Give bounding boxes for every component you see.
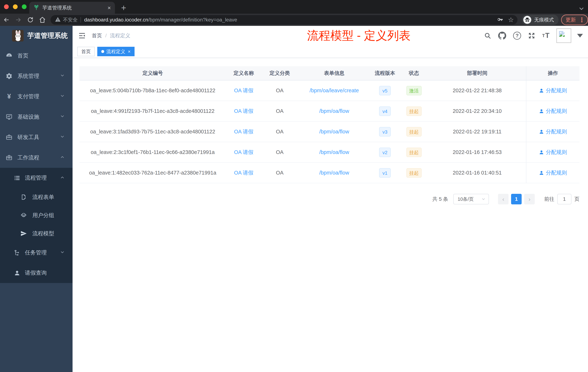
tab-close-icon[interactable]: × <box>107 5 111 11</box>
definition-name-link[interactable]: OA 请假 <box>234 108 253 114</box>
forward-icon[interactable] <box>13 15 24 25</box>
screen: 芋道管理系统 × + 不安全 dashboard.y <box>0 0 588 372</box>
url-host: dashboard.yudao.iocoder.cn <box>84 17 148 22</box>
incognito-badge: 无痕模式 <box>522 15 558 25</box>
update-label[interactable]: 更新 <box>566 16 576 23</box>
github-icon[interactable] <box>498 32 506 40</box>
app: 芋道管理系统 首页 系统管理 ¥ 支付管理 <box>0 26 588 372</box>
definition-name-link[interactable]: OA 请假 <box>234 149 253 155</box>
sidebar-item-label: 首页 <box>17 52 28 59</box>
window-controls[interactable] <box>4 4 27 9</box>
status-badge: 挂起 <box>406 107 422 116</box>
sidebar-item-label: 请假查询 <box>25 269 47 277</box>
definition-category: OA <box>262 170 298 176</box>
tab-strip-caret-icon[interactable] <box>578 5 585 13</box>
assign-rule-link[interactable]: 分配规则 <box>539 87 567 94</box>
form-link[interactable]: /bpm/oa/leave/create <box>310 88 359 93</box>
version-badge: v4 <box>379 107 391 116</box>
font-size-icon[interactable]: TT <box>542 32 549 40</box>
logo-title: 芋道管理系统 <box>27 31 68 40</box>
sidebar-item-devtools[interactable]: 研发工具 <box>0 127 73 147</box>
deploy-time: 2022-01-22 21:48:38 <box>429 88 526 94</box>
page-size-select[interactable]: 10条/页 <box>453 194 489 204</box>
url-text[interactable]: dashboard.yudao.iocoder.cn/bpm/manager/d… <box>84 17 494 23</box>
task-tree-icon <box>13 250 21 256</box>
sidebar-item-process-management[interactable]: 流程管理 <box>0 168 73 188</box>
browser-tab-strip: 芋道管理系统 × + <box>0 0 588 14</box>
sidebar-item-home[interactable]: 首页 <box>0 45 73 66</box>
help-icon[interactable]: ? <box>513 32 521 40</box>
page-content: 定义编号 定义名称 定义分类 表单信息 流程版本 状态 部署时间 操作 oa_l… <box>73 58 588 204</box>
fullscreen-icon[interactable] <box>528 32 535 39</box>
definition-id: oa_leave:2:3c1f0ef1-76b1-11ec-9c66-a2380… <box>79 149 226 155</box>
assign-rule-link[interactable]: 分配规则 <box>539 108 567 115</box>
user-group-icon <box>20 212 27 219</box>
sidebar-item-process-form[interactable]: 流程表单 <box>0 188 73 206</box>
breadcrumb: 首页 / 流程定义 <box>92 32 130 39</box>
browser-tab[interactable]: 芋道管理系统 × <box>29 2 115 14</box>
sidebar-item-payment[interactable]: ¥ 支付管理 <box>0 86 73 107</box>
home-icon[interactable] <box>37 15 48 25</box>
user-icon <box>539 129 544 134</box>
table-row: oa_leave:2:3c1f0ef1-76b1-11ec-9c66-a2380… <box>79 142 579 163</box>
password-key-icon[interactable] <box>497 16 503 23</box>
sidebar-item-label: 用户分组 <box>32 212 54 219</box>
next-page-button[interactable]: › <box>524 194 535 204</box>
search-icon[interactable] <box>484 32 491 39</box>
version-badge: v2 <box>379 148 391 157</box>
table-header-row: 定义编号 定义名称 定义分类 表单信息 流程版本 状态 部署时间 操作 <box>79 66 579 80</box>
avatar-caret-icon[interactable] <box>577 34 583 37</box>
security-warning-icon[interactable] <box>55 17 61 23</box>
bookmark-star-icon[interactable]: ☆ <box>508 17 514 23</box>
sidebar-item-user-group[interactable]: 用户分组 <box>0 206 73 224</box>
definition-name-link[interactable]: OA 请假 <box>234 129 253 134</box>
browser-menu-dots-icon[interactable]: ⋮ <box>579 16 585 23</box>
sidebar-item-workflow[interactable]: 工作流程 <box>0 147 73 168</box>
tag-home[interactable]: 首页 <box>77 47 95 56</box>
sidebar-item-system[interactable]: 系统管理 <box>0 66 73 86</box>
sidebar-item-task-management[interactable]: 任务管理 <box>0 243 73 263</box>
sidebar-item-process-model[interactable]: 流程模型 <box>0 224 73 243</box>
definition-name-link[interactable]: OA 请假 <box>234 170 253 176</box>
form-link[interactable]: /bpm/oa/flow <box>319 149 349 155</box>
security-label[interactable]: 不安全 <box>63 17 78 23</box>
tag-label: 流程定义 <box>106 48 125 55</box>
tag-close-icon[interactable]: × <box>128 49 131 55</box>
current-page-button[interactable]: 1 <box>511 194 522 204</box>
deploy-time: 2022-01-22 20:34:10 <box>429 108 526 114</box>
avatar[interactable] <box>556 28 571 43</box>
reload-icon[interactable] <box>25 15 36 25</box>
sidebar-logo[interactable]: 芋道管理系统 <box>0 26 73 45</box>
goto-label: 前往 <box>544 196 554 203</box>
sidebar-item-label: 流程模型 <box>32 230 54 237</box>
window-maximize-button[interactable] <box>22 4 27 9</box>
assign-rule-link[interactable]: 分配规则 <box>539 128 567 135</box>
window-close-button[interactable] <box>4 4 9 9</box>
form-link[interactable]: /bpm/oa/flow <box>319 108 349 114</box>
window-minimize-button[interactable] <box>13 4 18 9</box>
browser-update-button[interactable]: 更新 ⋮ <box>561 15 588 25</box>
address-bar[interactable]: 不安全 dashboard.yudao.iocoder.cn/bpm/manag… <box>51 15 517 25</box>
sidebar-item-leave-query[interactable]: 请假查询 <box>0 263 73 283</box>
definition-name-link[interactable]: OA 请假 <box>234 88 253 93</box>
sidebar-item-label: 工作流程 <box>17 154 39 161</box>
sidebar-toggle-icon[interactable] <box>78 32 86 40</box>
goto-page-input[interactable] <box>557 194 571 204</box>
table-row: oa_leave:3:1fad3d93-7b75-11ec-a3c8-acde4… <box>79 121 579 142</box>
person-icon <box>13 270 21 276</box>
form-link[interactable]: /bpm/oa/flow <box>319 170 349 176</box>
sidebar-item-infra[interactable]: 基础设施 <box>0 107 73 127</box>
prev-page-button[interactable]: ‹ <box>498 194 509 204</box>
form-link[interactable]: /bpm/oa/flow <box>319 129 349 134</box>
definition-table: 定义编号 定义名称 定义分类 表单信息 流程版本 状态 部署时间 操作 oa_l… <box>79 66 579 183</box>
tag-process-definition[interactable]: 流程定义 × <box>97 47 135 56</box>
tab-title: 芋道管理系统 <box>42 5 107 11</box>
new-tab-button[interactable]: + <box>118 2 129 13</box>
workflow-icon <box>5 154 13 161</box>
omnibox-divider <box>81 17 81 22</box>
main-area: 流程模型 - 定义列表 首页 / 流程定义 ? <box>73 26 588 372</box>
breadcrumb-home[interactable]: 首页 <box>92 32 102 39</box>
assign-rule-link[interactable]: 分配规则 <box>539 169 567 176</box>
back-icon[interactable] <box>1 15 12 25</box>
assign-rule-link[interactable]: 分配规则 <box>539 149 567 156</box>
